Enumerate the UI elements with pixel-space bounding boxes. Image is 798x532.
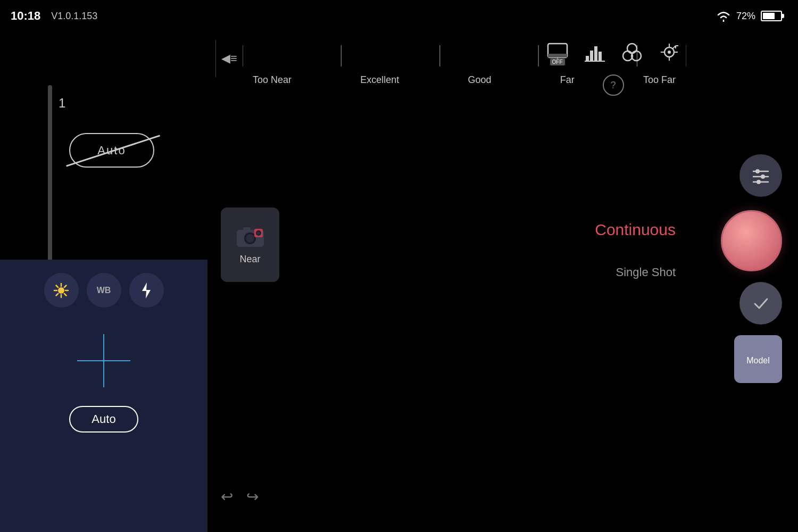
flash-icon	[140, 282, 153, 298]
ruler-arrow[interactable]: ◀≡	[221, 52, 237, 65]
checkmark-icon	[752, 294, 770, 313]
bokeh-icon	[621, 41, 643, 63]
crosshair-container	[0, 318, 207, 403]
svg-line-8	[56, 293, 59, 295]
wb-icon: WB	[97, 286, 111, 295]
sun-button[interactable]	[44, 273, 79, 307]
vertical-slider[interactable]	[48, 85, 52, 287]
svg-point-43	[761, 174, 765, 179]
ruler-label-excellent: Excellent	[360, 74, 399, 86]
bokeh-button[interactable]	[617, 37, 646, 66]
off-badge: OFF	[550, 59, 565, 65]
settings-sliders-button[interactable]	[739, 154, 782, 197]
svg-rect-23	[586, 56, 589, 61]
model-button[interactable]: Model	[734, 335, 782, 383]
svg-point-45	[757, 180, 761, 184]
svg-point-12	[103, 360, 105, 362]
display-off-button[interactable]: OFF	[543, 37, 572, 66]
svg-line-6	[64, 293, 66, 295]
svg-marker-9	[142, 282, 151, 298]
svg-rect-26	[598, 52, 602, 61]
undo-button[interactable]: ↩	[221, 488, 233, 505]
top-right-icons: OFF	[543, 37, 684, 96]
shoot-mode-container: Continuous Single Shot	[595, 221, 676, 279]
histogram-icon	[584, 41, 606, 63]
sun-icon	[53, 282, 69, 298]
auto-button-container: Auto	[0, 406, 207, 433]
near-card[interactable]: Near	[221, 207, 279, 282]
wifi-icon	[716, 10, 731, 22]
status-bar: 10:18 V1.0.1.153 72%	[0, 0, 798, 32]
wb-button[interactable]: WB	[87, 273, 121, 307]
svg-line-7	[64, 285, 66, 287]
battery-icon	[761, 11, 782, 21]
strikethrough-line	[66, 135, 160, 167]
ruler-label-too-near: Too Near	[253, 74, 292, 86]
shutter-button[interactable]	[721, 210, 782, 271]
camera-icon	[236, 225, 265, 248]
svg-point-41	[755, 169, 760, 173]
target-button[interactable]	[654, 37, 684, 66]
auto-button[interactable]: Auto	[69, 406, 138, 433]
svg-point-48	[246, 234, 254, 243]
crosshair-icon	[72, 329, 136, 393]
camera-icon-container	[236, 225, 265, 248]
checkmark-button[interactable]	[739, 282, 782, 325]
svg-rect-49	[243, 227, 251, 231]
help-button[interactable]: ?	[603, 74, 624, 96]
sliders-icon	[750, 165, 771, 186]
model-label: Model	[746, 356, 770, 365]
flash-button[interactable]	[129, 273, 164, 307]
histogram-button[interactable]	[580, 37, 609, 66]
undo-redo-container: ↩ ↪	[221, 488, 259, 505]
slider-label: 1	[59, 96, 65, 111]
svg-rect-22	[548, 54, 567, 57]
continuous-mode-label[interactable]: Continuous	[595, 221, 676, 239]
auto-crossed-oval[interactable]: Auto	[69, 133, 154, 168]
svg-point-52	[257, 231, 260, 235]
single-shot-label[interactable]: Single Shot	[616, 265, 676, 279]
svg-rect-24	[590, 51, 593, 61]
ruler-label-good: Good	[468, 74, 492, 86]
svg-point-32	[668, 51, 671, 54]
target-icon	[658, 41, 680, 63]
redo-button[interactable]: ↪	[246, 488, 259, 505]
help-icon-text: ?	[610, 80, 616, 91]
battery-percentage: 72%	[736, 11, 755, 22]
status-right: 72%	[716, 10, 782, 22]
svg-rect-25	[594, 46, 597, 61]
vertical-slider-container: 1	[21, 48, 64, 255]
svg-line-5	[56, 285, 59, 287]
svg-point-0	[58, 287, 64, 294]
status-time: 10:18	[11, 9, 40, 23]
control-buttons-row: WB	[0, 260, 207, 318]
icon-row-1: OFF	[543, 37, 684, 66]
blue-control-panel: WB Auto	[0, 260, 207, 532]
near-card-label: Near	[239, 254, 260, 265]
status-version: V1.0.1.153	[51, 11, 97, 22]
